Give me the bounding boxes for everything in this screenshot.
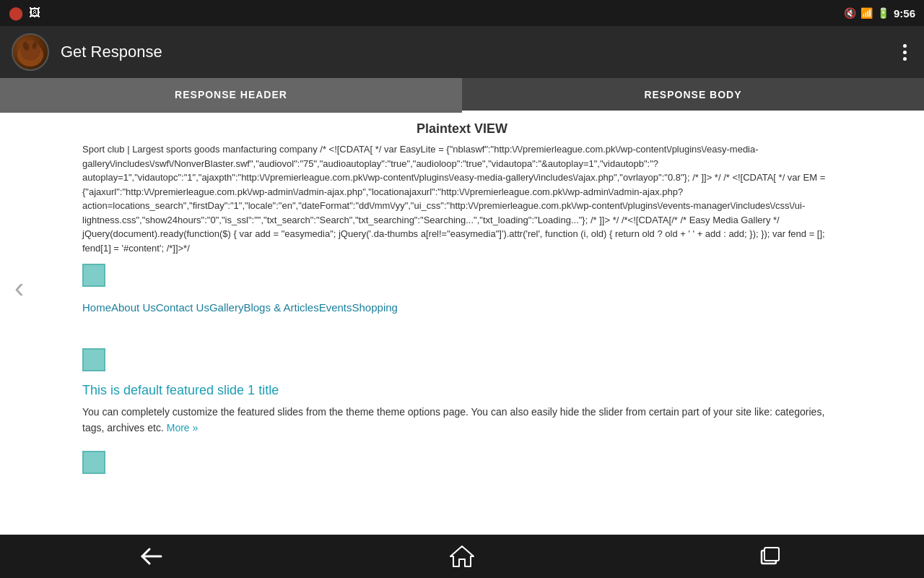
content-area: Plaintext VIEW Sport club | Largest spor… (0, 113, 924, 535)
nav-gallery[interactable]: Gallery (209, 301, 244, 314)
app-title: Get Response (61, 43, 886, 61)
back-button[interactable] (125, 542, 183, 571)
code-content: Sport club | Largest sports goods manfac… (0, 142, 924, 255)
nav-contact[interactable]: Contact Us (156, 301, 209, 314)
avatar (12, 33, 49, 71)
gallery-icon: 🖼 (29, 7, 40, 20)
clock: 9:56 (894, 7, 915, 20)
status-bar-left: ⬤ 🖼 (9, 5, 40, 21)
battery-icon: 🔋 (877, 7, 889, 19)
app-bar: Get Response (0, 26, 924, 78)
nav-shopping[interactable]: Shopping (352, 301, 398, 314)
notification-icon: ⬤ (9, 5, 23, 21)
nav-events[interactable]: Events (319, 301, 352, 314)
svg-rect-8 (764, 548, 779, 561)
thumbnail-1 (82, 264, 105, 287)
more-link[interactable]: More » (167, 422, 199, 434)
slide-description: You can completely customize the feature… (0, 404, 924, 442)
nav-about[interactable]: About Us (111, 301, 156, 314)
tab-response-header[interactable]: RESPONSE HEADER (0, 78, 462, 113)
tab-bar: RESPONSE HEADER RESPONSE BODY (0, 78, 924, 113)
slide-title[interactable]: This is default featured slide 1 title (0, 380, 924, 404)
plaintext-view-header: Plaintext VIEW (0, 113, 924, 142)
status-bar-right: 🔇 📶 🔋 9:56 (844, 7, 915, 20)
recent-apps-button[interactable] (741, 542, 799, 571)
nav-home[interactable]: Home (82, 301, 111, 314)
overflow-menu-button[interactable] (897, 38, 912, 66)
nav-blogs[interactable]: Blogs & Articles (243, 301, 318, 314)
svg-marker-6 (450, 546, 474, 566)
tab-response-body[interactable]: RESPONSE BODY (462, 78, 924, 113)
bottom-nav (0, 535, 924, 578)
home-button[interactable] (433, 542, 491, 571)
back-arrow-button[interactable]: ‹ (14, 272, 24, 304)
mute-icon: 🔇 (844, 7, 856, 19)
wifi-icon: 📶 (860, 7, 873, 19)
nav-links: HomeAbout UsContact UsGalleryBlogs & Art… (0, 296, 924, 325)
thumbnail-2 (82, 348, 105, 371)
thumbnail-3 (82, 451, 105, 474)
status-bar: ⬤ 🖼 🔇 📶 🔋 9:56 (0, 0, 924, 26)
